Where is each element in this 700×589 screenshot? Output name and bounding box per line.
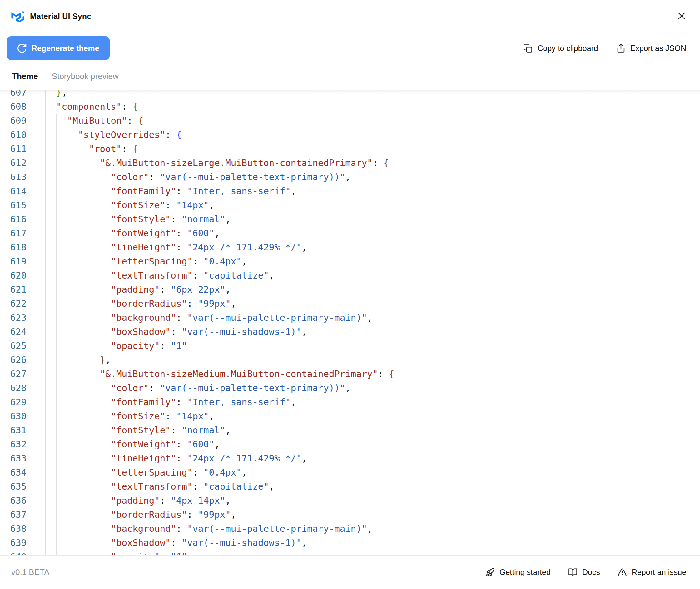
line-number: 608 bbox=[0, 100, 27, 114]
line-number: 616 bbox=[0, 212, 27, 226]
export-icon bbox=[616, 43, 626, 53]
regenerate-theme-label: Regenerate theme bbox=[32, 44, 99, 53]
code-line: 608 "components": { bbox=[0, 100, 700, 114]
report-an-issue-label: Report an issue bbox=[632, 568, 686, 577]
code-line: 629 "fontFamily": "Inter, sans-serif", bbox=[0, 395, 700, 409]
line-number: 613 bbox=[0, 170, 27, 184]
material-ui-sync-panel: Material UI Sync Regenerate theme bbox=[0, 0, 700, 589]
copy-to-clipboard-label: Copy to clipboard bbox=[537, 44, 598, 53]
version-badge: v0.1 BETA bbox=[11, 567, 49, 577]
line-number: 638 bbox=[0, 522, 27, 536]
code-line: 637 "borderRadius": "99px", bbox=[0, 508, 700, 522]
code-line: 607 }, bbox=[0, 90, 700, 100]
code-line: 636 "padding": "4px 14px", bbox=[0, 494, 700, 508]
code-line: 626 }, bbox=[0, 353, 700, 367]
tab-storybook-preview[interactable]: Storybook preview bbox=[52, 71, 119, 81]
code-line: 619 "letterSpacing": "0.4px", bbox=[0, 254, 700, 268]
copy-to-clipboard-button[interactable]: Copy to clipboard bbox=[523, 43, 598, 53]
regenerate-theme-button[interactable]: Regenerate theme bbox=[7, 36, 110, 60]
refresh-icon bbox=[17, 43, 27, 53]
line-number: 617 bbox=[0, 226, 27, 240]
line-number: 615 bbox=[0, 198, 27, 212]
code-line: 609 "MuiButton": { bbox=[0, 114, 700, 128]
line-number: 619 bbox=[0, 254, 27, 268]
line-number: 637 bbox=[0, 508, 27, 522]
code-line: 640 "opacity": "1" bbox=[0, 550, 700, 555]
code-line: 617 "fontWeight": "600", bbox=[0, 226, 700, 240]
code-lines: 607 },608 "components": {609 "MuiButton"… bbox=[0, 90, 700, 555]
line-number: 631 bbox=[0, 423, 27, 437]
toolbar-actions: Copy to clipboard Export as JSON bbox=[523, 43, 686, 53]
line-number: 640 bbox=[0, 550, 27, 555]
line-number: 620 bbox=[0, 268, 27, 282]
close-icon bbox=[676, 11, 687, 22]
line-number: 614 bbox=[0, 184, 27, 198]
code-line: 612 "&.MuiButton-sizeLarge.MuiButton-con… bbox=[0, 156, 700, 170]
code-line: 622 "borderRadius": "99px", bbox=[0, 297, 700, 311]
line-number: 607 bbox=[0, 90, 27, 100]
line-number: 629 bbox=[0, 395, 27, 409]
getting-started-link[interactable]: Getting started bbox=[485, 568, 551, 577]
line-number: 634 bbox=[0, 465, 27, 479]
line-number: 639 bbox=[0, 536, 27, 550]
line-number: 632 bbox=[0, 437, 27, 451]
code-line: 628 "color": "var(--mui-palette-text-pri… bbox=[0, 381, 700, 395]
code-line: 623 "background": "var(--mui-palette-pri… bbox=[0, 311, 700, 325]
code-line: 610 "styleOverrides": { bbox=[0, 128, 700, 142]
line-number: 624 bbox=[0, 325, 27, 339]
code-line: 632 "fontWeight": "600", bbox=[0, 437, 700, 451]
code-line: 613 "color": "var(--mui-palette-text-pri… bbox=[0, 170, 700, 184]
header: Material UI Sync bbox=[0, 0, 700, 33]
code-line: 630 "fontSize": "14px", bbox=[0, 409, 700, 423]
code-line: 620 "textTransform": "capitalize", bbox=[0, 268, 700, 282]
code-line: 638 "background": "var(--mui-palette-pri… bbox=[0, 522, 700, 536]
code-line: 616 "fontStyle": "normal", bbox=[0, 212, 700, 226]
code-line: 615 "fontSize": "14px", bbox=[0, 198, 700, 212]
code-line: 625 "opacity": "1" bbox=[0, 339, 700, 353]
line-number: 610 bbox=[0, 128, 27, 142]
docs-label: Docs bbox=[582, 568, 600, 577]
report-an-issue-link[interactable]: Report an issue bbox=[618, 568, 686, 577]
code-line: 639 "boxShadow": "var(--mui-shadows-1)", bbox=[0, 536, 700, 550]
rocket-icon bbox=[485, 568, 495, 577]
warning-icon bbox=[618, 568, 627, 577]
code-line: 633 "lineHeight": "24px /* 171.429% */", bbox=[0, 451, 700, 465]
footer-links: Getting started Docs bbox=[485, 568, 686, 577]
code-line: 635 "textTransform": "capitalize", bbox=[0, 479, 700, 494]
code-line: 634 "letterSpacing": "0.4px", bbox=[0, 465, 700, 479]
line-number: 612 bbox=[0, 156, 27, 170]
line-number: 636 bbox=[0, 494, 27, 508]
line-number: 622 bbox=[0, 297, 27, 311]
docs-link[interactable]: Docs bbox=[568, 568, 600, 577]
code-line: 618 "lineHeight": "24px /* 171.429% */", bbox=[0, 240, 700, 254]
theme-code-editor[interactable]: 607 },608 "components": {609 "MuiButton"… bbox=[0, 90, 700, 555]
line-number: 621 bbox=[0, 282, 27, 297]
export-as-json-label: Export as JSON bbox=[630, 44, 686, 53]
line-number: 625 bbox=[0, 339, 27, 353]
line-number: 628 bbox=[0, 381, 27, 395]
footer: v0.1 BETA Getting started bbox=[0, 555, 700, 589]
code-line: 611 "root": { bbox=[0, 142, 700, 156]
line-number: 633 bbox=[0, 451, 27, 465]
mui-logo-icon bbox=[11, 11, 24, 22]
tab-theme[interactable]: Theme bbox=[12, 71, 38, 81]
toolbar: Regenerate theme Copy to clipboard bbox=[0, 33, 700, 63]
code-line: 614 "fontFamily": "Inter, sans-serif", bbox=[0, 184, 700, 198]
line-number: 618 bbox=[0, 240, 27, 254]
line-number: 611 bbox=[0, 142, 27, 156]
copy-icon bbox=[523, 43, 533, 53]
line-number: 627 bbox=[0, 367, 27, 381]
export-as-json-button[interactable]: Export as JSON bbox=[616, 43, 686, 53]
code-line: 624 "boxShadow": "var(--mui-shadows-1)", bbox=[0, 325, 700, 339]
line-number: 635 bbox=[0, 479, 27, 494]
line-number: 609 bbox=[0, 114, 27, 128]
book-icon bbox=[568, 568, 578, 577]
code-line: 621 "padding": "6px 22px", bbox=[0, 282, 700, 297]
line-number: 623 bbox=[0, 311, 27, 325]
line-number: 630 bbox=[0, 409, 27, 423]
code-line: 627 "&.MuiButton-sizeMedium.MuiButton-co… bbox=[0, 367, 700, 381]
page-title: Material UI Sync bbox=[30, 12, 91, 21]
code-line: 631 "fontStyle": "normal", bbox=[0, 423, 700, 437]
tab-bar: Theme Storybook preview bbox=[0, 63, 700, 90]
close-button[interactable] bbox=[674, 9, 689, 24]
